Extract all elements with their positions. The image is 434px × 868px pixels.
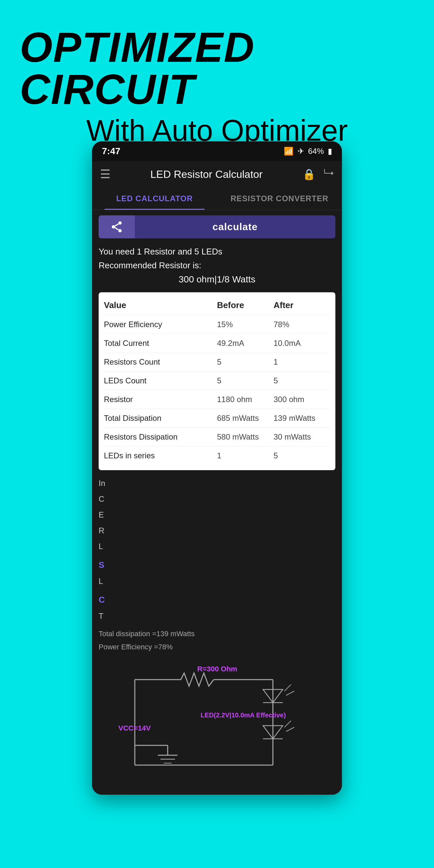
svg-point-2 [118,229,122,232]
svg-line-24 [284,721,291,727]
status-bar: 7:47 📶 ✈ 64% ▮ [92,142,342,161]
cell-after-6: 30 mWatts [274,432,330,441]
col-header-value: Value [104,300,217,310]
table-row: Total Current 49.2mA 10.0mA [104,334,330,353]
table-header: Value Before After [104,298,330,315]
app-title: LED Resistor Calculator [117,168,296,181]
airplane-icon: ✈ [298,147,304,156]
table-row: Resistor 1180 ohm 300 ohm [104,390,330,409]
svg-line-4 [115,224,118,226]
col-header-before: Before [217,300,274,310]
cell-label-6: Resistors Dissipation [104,432,217,441]
tab-resistor-converter[interactable]: RESISTOR CONVERTER [217,187,342,210]
svg-line-3 [115,228,118,230]
bottom-info-line1: Total dissipation =139 mWatts [99,627,335,641]
result-text: You need 1 Resistor and 5 LEDs Recommend… [99,245,335,287]
cell-before-4: 1180 ohm [217,395,274,404]
action-bar: calculate [99,215,335,238]
svg-point-1 [112,225,115,228]
solution-l: L [99,574,335,589]
table-row: LEDs in series 1 5 [104,446,330,465]
svg-text:LED(2.2V|10.0mA Effective): LED(2.2V|10.0mA Effective) [200,712,286,719]
cell-label-2: Resistors Count [104,358,217,367]
cell-label-1: Total Current [104,339,217,348]
cell-before-5: 685 mWatts [217,414,274,423]
share-button[interactable] [99,215,135,238]
input-label-c: C [99,491,335,507]
svg-line-10 [284,685,291,691]
cell-after-7: 5 [274,451,330,460]
cell-after-1: 10.0mA [274,339,330,348]
col-header-after: After [274,300,330,310]
result-line1: You need 1 Resistor and 5 LEDs [99,247,222,256]
cell-after-3: 5 [274,376,330,385]
tabs: LED CALCULATOR RESISTOR CONVERTER [92,187,342,210]
table-row: Total Dissipation 685 mWatts 139 mWatts [104,409,330,428]
solution-header: S [99,556,335,574]
hero-section: OPTIMIZED CIRCUIT With Auto Optimizer [0,0,434,161]
table-row: Power Efficiency 15% 78% [104,315,330,334]
circuit-svg: R=300 Ohm [102,660,332,785]
share-action-icon[interactable]: ⮡ [323,168,334,181]
cell-after-4: 300 ohm [274,395,330,404]
content-area: calculate You need 1 Resistor and 5 LEDs… [92,210,342,795]
cell-label-3: LEDs Count [104,376,217,385]
bottom-info-line2: Power Efficiency =78% [99,641,335,654]
cell-label-7: LEDs in series [104,451,217,460]
result-line2: Recommended Resistor is: [99,260,201,270]
circuit-svg-wrap: R=300 Ohm [102,660,332,786]
table-row: LEDs Count 5 5 [104,372,330,390]
input-label-in: In [99,475,335,491]
comparison-table: Value Before After Power Efficiency 15% … [99,292,335,470]
svg-point-0 [118,221,122,224]
svg-line-25 [286,727,294,732]
table-row: Resistors Count 5 1 [104,353,330,372]
cell-after-5: 139 mWatts [274,414,330,423]
cell-before-6: 580 mWatts [217,432,274,441]
share-icon [110,220,123,234]
cell-before-7: 1 [217,451,274,460]
input-label-r: R [99,523,335,538]
circuit-t: T [99,608,335,624]
hero-title: OPTIMIZED CIRCUIT [20,26,414,111]
cell-label-5: Total Dissipation [104,414,217,423]
input-label-l: L [99,538,335,554]
wifi-icon: 📶 [284,147,293,156]
input-label-e: E [99,507,335,523]
svg-line-11 [286,691,294,695]
resistor-label: R=300 Ohm [197,665,237,673]
table-rows: Power Efficiency 15% 78% Total Current 4… [104,315,330,465]
cell-label-0: Power Efficiency [104,320,217,329]
cell-before-0: 15% [217,320,274,329]
table-row: Resistors Dissipation 580 mWatts 30 mWat… [104,428,330,446]
cell-before-3: 5 [217,376,274,385]
app-bar: ☰ LED Resistor Calculator 🔒 ⮡ [92,161,342,187]
cell-label-4: Resistor [104,395,217,404]
lock-icon[interactable]: 🔒 [303,168,316,181]
battery-icon: ▮ [328,147,332,156]
cell-before-2: 5 [217,358,274,367]
tab-led-calculator[interactable]: LED CALCULATOR [92,187,217,210]
circuit-header: C [99,591,335,608]
cell-before-1: 49.2mA [217,339,274,348]
cell-after-2: 1 [274,358,330,367]
result-line3: 300 ohm|1/8 Watts [99,272,335,287]
status-time: 7:47 [102,146,120,156]
circuit-diagram: R=300 Ohm [99,657,335,789]
app-bar-actions: 🔒 ⮡ [303,168,334,181]
bottom-info: Total dissipation =139 mWatts Power Effi… [99,627,335,653]
calculate-button[interactable]: calculate [135,215,335,238]
cell-after-0: 78% [274,320,330,329]
battery-text: 64% [308,147,324,156]
phone-mockup: 7:47 📶 ✈ 64% ▮ ☰ LED Resistor Calculator… [92,142,342,795]
input-section: In C E R L S L C T [99,475,335,624]
svg-text:VCC=14V: VCC=14V [118,724,151,732]
hamburger-icon[interactable]: ☰ [100,167,111,181]
status-icons: 📶 ✈ 64% ▮ [284,147,332,156]
